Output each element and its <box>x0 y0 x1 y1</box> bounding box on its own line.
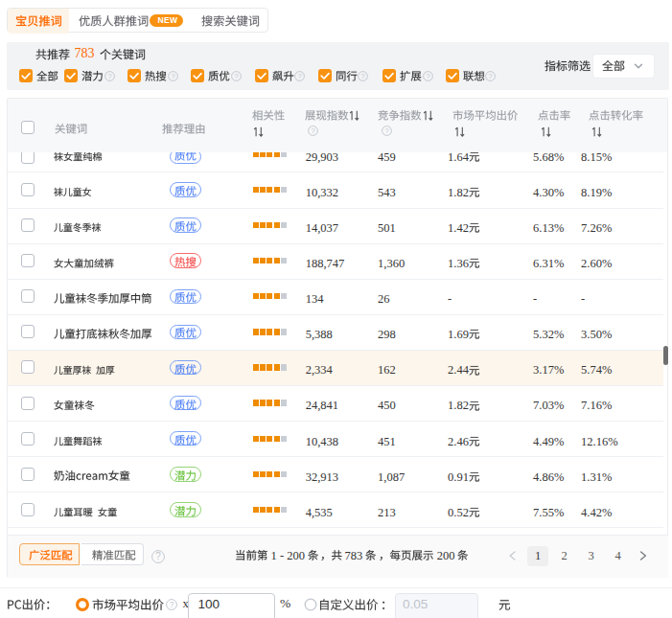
svg-text:?: ? <box>360 72 364 80</box>
svg-text:?: ? <box>155 550 161 561</box>
svg-text:?: ? <box>171 72 174 80</box>
svg-text:?: ? <box>107 72 111 80</box>
svg-text:?: ? <box>169 599 174 608</box>
svg-text:?: ? <box>426 72 429 80</box>
svg-text:?: ? <box>297 72 301 80</box>
svg-text:?: ? <box>384 126 388 135</box>
svg-text:?: ? <box>488 72 492 80</box>
svg-text:?: ? <box>234 72 238 80</box>
svg-text:?: ? <box>311 126 314 135</box>
